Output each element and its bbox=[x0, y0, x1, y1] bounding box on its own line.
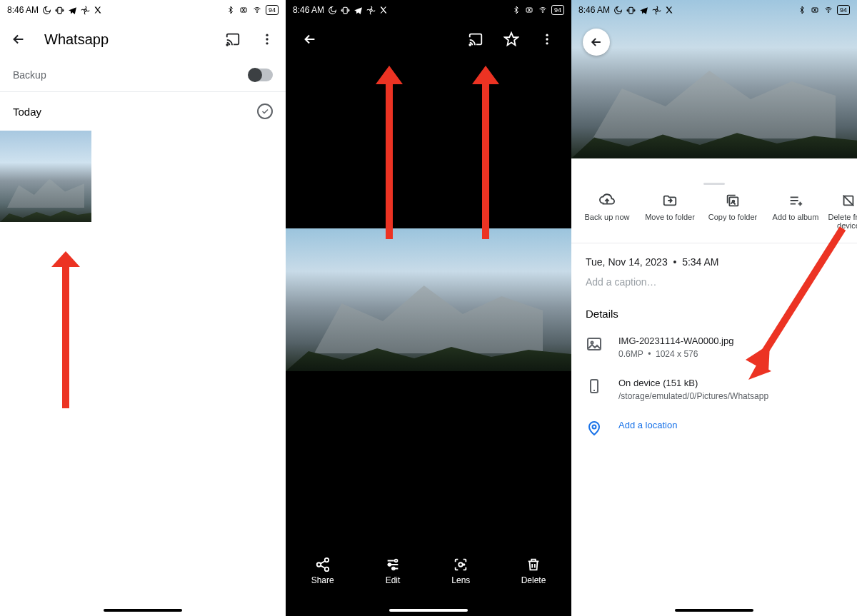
action-label: Copy to folder bbox=[708, 213, 757, 221]
app-bar: Whatsapp bbox=[0, 20, 286, 59]
cast-icon[interactable] bbox=[224, 31, 241, 48]
delete-label: Delete bbox=[521, 575, 546, 585]
select-all-icon[interactable] bbox=[257, 103, 273, 119]
svg-point-39 bbox=[593, 425, 596, 429]
svg-point-14 bbox=[542, 12, 543, 13]
svg-point-22 bbox=[316, 562, 321, 567]
edit-label: Edit bbox=[386, 575, 401, 585]
device-info-row: On device (151 kB) /storage/emulated/0/P… bbox=[586, 378, 843, 401]
status-time: 8:46 AM bbox=[293, 5, 324, 15]
edit-button[interactable]: Edit bbox=[385, 557, 401, 585]
home-indicator bbox=[675, 609, 753, 612]
status-bar: 8:46 AM bbox=[0, 0, 286, 20]
add-album-button[interactable]: Add to album bbox=[764, 193, 827, 230]
svg-point-6 bbox=[266, 38, 268, 40]
backup-now-button[interactable]: Back up now bbox=[576, 193, 638, 230]
svg-rect-11 bbox=[344, 7, 347, 14]
svg-marker-9 bbox=[55, 263, 76, 267]
moon-icon bbox=[613, 6, 623, 15]
back-icon[interactable] bbox=[10, 31, 27, 48]
x-icon bbox=[379, 6, 388, 14]
caption-input[interactable]: Add a caption… bbox=[586, 276, 843, 288]
section-title: Today bbox=[13, 106, 41, 118]
telegram-icon bbox=[639, 6, 648, 15]
location-icon bbox=[586, 420, 603, 437]
svg-point-3 bbox=[256, 12, 257, 13]
home-indicator bbox=[104, 609, 182, 612]
svg-point-37 bbox=[591, 342, 593, 344]
back-icon[interactable] bbox=[583, 29, 610, 56]
wifi-icon bbox=[538, 6, 548, 14]
action-label: Add to album bbox=[773, 213, 819, 221]
svg-point-12 bbox=[370, 9, 372, 11]
status-bar: 8:46 AM 94 bbox=[571, 0, 857, 20]
fan-icon bbox=[81, 6, 90, 15]
status-bar: 8:46 AM 94 bbox=[286, 0, 571, 20]
share-label: Share bbox=[311, 575, 334, 585]
device-title: On device (151 kB) bbox=[618, 378, 768, 388]
annotation-arrow bbox=[371, 64, 407, 239]
backup-label: Backup bbox=[13, 69, 46, 81]
svg-rect-0 bbox=[58, 7, 61, 14]
bluetooth-icon bbox=[798, 6, 806, 14]
copy-folder-button[interactable]: Copy to folder bbox=[701, 193, 764, 230]
svg-point-30 bbox=[656, 9, 658, 11]
backup-toggle[interactable] bbox=[249, 69, 273, 81]
svg-marker-20 bbox=[472, 66, 499, 84]
annotation-arrow bbox=[468, 64, 503, 239]
photo-datetime: Tue, Nov 14, 2023 • 5:34 AM bbox=[586, 256, 843, 268]
lens-label: Lens bbox=[451, 575, 470, 585]
details-heading: Details bbox=[586, 308, 843, 320]
back-icon[interactable] bbox=[296, 25, 324, 54]
cast-icon[interactable] bbox=[461, 25, 490, 54]
action-label: Delete from device bbox=[827, 213, 857, 230]
image-icon bbox=[586, 335, 603, 353]
status-time: 8:46 AM bbox=[578, 5, 610, 15]
battery-indicator: 94 bbox=[837, 5, 850, 15]
file-info-row: IMG-20231114-WA0000.jpg 0.6MP • 1024 x 5… bbox=[586, 335, 843, 359]
svg-point-7 bbox=[266, 42, 268, 44]
svg-point-27 bbox=[459, 562, 463, 567]
file-name: IMG-20231114-WA0000.jpg bbox=[618, 335, 733, 346]
status-time: 8:46 AM bbox=[7, 5, 39, 15]
annotation-arrow bbox=[44, 251, 87, 408]
file-meta: 0.6MP • 1024 x 576 bbox=[618, 349, 733, 359]
svg-point-24 bbox=[395, 560, 398, 562]
home-indicator bbox=[389, 609, 468, 612]
add-location-link[interactable]: Add a location bbox=[618, 420, 677, 430]
location-row[interactable]: Add a location bbox=[586, 420, 843, 437]
svg-point-16 bbox=[546, 34, 548, 36]
svg-point-28 bbox=[463, 564, 465, 565]
star-icon[interactable] bbox=[497, 25, 526, 54]
action-label: Move to folder bbox=[645, 213, 695, 221]
fan-icon bbox=[652, 6, 661, 15]
backup-row: Backup bbox=[0, 59, 286, 92]
moon-icon bbox=[42, 6, 51, 15]
no-data-icon bbox=[524, 6, 534, 14]
svg-point-32 bbox=[828, 12, 828, 13]
delete-device-button[interactable]: Delete from device bbox=[827, 193, 857, 230]
overflow-icon[interactable] bbox=[533, 25, 561, 54]
photo-thumbnail[interactable] bbox=[0, 131, 91, 222]
viewer-app-bar bbox=[286, 20, 571, 59]
panel-viewer: 8:46 AM 94 bbox=[286, 0, 571, 616]
panel-album: 8:46 AM bbox=[0, 0, 286, 616]
x-icon bbox=[665, 6, 673, 14]
lens-button[interactable]: Lens bbox=[451, 557, 470, 585]
device-path: /storage/emulated/0/Pictures/Whatsapp bbox=[618, 391, 768, 401]
share-button[interactable]: Share bbox=[311, 557, 334, 585]
wifi-icon bbox=[823, 6, 833, 14]
x-icon bbox=[94, 6, 102, 14]
svg-marker-10 bbox=[51, 251, 80, 267]
battery-indicator: 94 bbox=[551, 5, 564, 15]
svg-point-1 bbox=[84, 9, 86, 11]
vibrate-icon bbox=[55, 6, 64, 15]
photo-full[interactable] bbox=[286, 228, 571, 371]
delete-button[interactable]: Delete bbox=[521, 557, 546, 585]
battery-indicator: 94 bbox=[266, 5, 279, 15]
photo-hero[interactable] bbox=[571, 0, 857, 158]
svg-marker-19 bbox=[376, 66, 403, 84]
move-folder-button[interactable]: Move to folder bbox=[638, 193, 701, 230]
overflow-icon[interactable] bbox=[259, 31, 276, 48]
svg-point-15 bbox=[469, 44, 471, 46]
